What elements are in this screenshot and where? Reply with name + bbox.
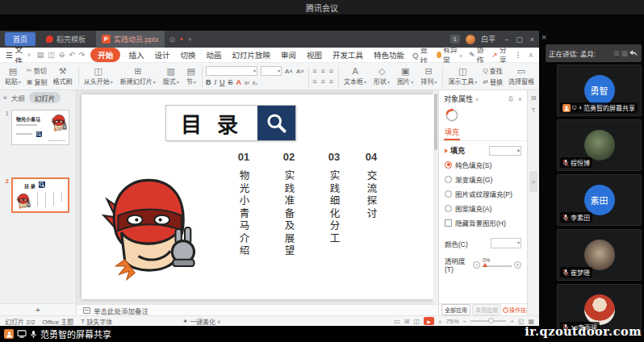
speaker-view-icon[interactable]: ▦ (621, 49, 628, 57)
fill-option-pattern[interactable]: 图案填充(A) (439, 203, 527, 213)
cut-button[interactable]: ✂剪切 (27, 66, 48, 75)
pin-icon[interactable] (508, 96, 514, 102)
slide-canvas[interactable]: 目 录 01 物光小青马介绍 02 实践准备及展望 (77, 90, 438, 304)
video-tile[interactable]: 崔梦晓 (557, 229, 642, 281)
apply-page-button[interactable]: 本页应用 (472, 304, 501, 315)
align-center-icon[interactable]: ≡ (320, 77, 325, 86)
close-panel-icon[interactable]: × (518, 95, 522, 103)
notification-badge[interactable]: 1 (450, 35, 460, 44)
slide-title-box[interactable]: 目 录 (165, 105, 296, 141)
apply-all-button[interactable]: 全部应用 (441, 304, 470, 315)
video-tile[interactable]: 素田 李素田 (557, 174, 642, 226)
print-icon[interactable]: ◫ (48, 51, 55, 59)
menu-tab-insert[interactable]: 插入 (126, 48, 146, 61)
minimize-button[interactable]: − (504, 35, 508, 44)
tab-outline[interactable]: 大纲 (11, 93, 25, 102)
format-painter-button[interactable]: ⚒ 格式刷 (52, 67, 74, 86)
slide-thumbnail-2-selected[interactable]: 目 录 (11, 177, 69, 213)
font-family-select[interactable] (206, 66, 257, 76)
theme-name[interactable]: Office 主题 (42, 317, 73, 326)
fill-option-gradient[interactable]: 渐变填充(G) (439, 174, 527, 184)
selection-pane-button[interactable]: ▭ 选择窗格 (507, 67, 536, 86)
collapse-panel-icon[interactable]: « (3, 94, 7, 102)
fit-slide-icon[interactable]: ◱ (518, 318, 525, 325)
redo-icon[interactable]: ↷ (79, 51, 86, 59)
sidebar-close-icon[interactable]: × (542, 32, 546, 42)
slider-marker[interactable] (483, 263, 487, 267)
zoom-slider-knob[interactable] (488, 318, 494, 323)
transparency-plus-button[interactable]: + (514, 261, 521, 269)
save-icon[interactable]: ▤ (37, 51, 44, 59)
section-button[interactable]: ▤ 节 (185, 67, 198, 86)
toc-item-3[interactable]: 03 实践细化分工 (322, 151, 346, 245)
number-list-icon[interactable]: ≡ (320, 67, 325, 75)
menu-tab-slideshow[interactable]: 幻灯片放映 (229, 48, 273, 61)
toc-item-2[interactable]: 02 实践准备及展望 (277, 151, 301, 258)
slide-thumbnail-1[interactable]: 物光小青马 (11, 110, 69, 145)
zoom-level[interactable]: 75% (446, 318, 459, 325)
increase-font-icon[interactable]: A˄ (285, 68, 293, 75)
menu-tab-features[interactable]: 特色功能 (371, 48, 407, 61)
tab-docer-templates[interactable]: 稻壳模板 (40, 31, 91, 48)
play-from-start-button[interactable]: ◫ 从头开始 (82, 67, 115, 86)
decrease-font-icon[interactable]: A˅ (296, 68, 304, 75)
superscript-button[interactable]: x² (245, 80, 249, 86)
menu-tab-review[interactable]: 审阅 (278, 48, 299, 61)
notes-bar[interactable]: 单击此处添加备注 (77, 304, 438, 315)
font-color-button[interactable]: A (236, 78, 241, 86)
text-tool-icon[interactable]: T (532, 106, 536, 114)
transparency-minus-button[interactable]: − (473, 261, 480, 269)
normal-view-icon[interactable]: ▭ (394, 318, 400, 325)
slide-sorter-icon[interactable]: ⊞ (404, 318, 410, 325)
gallery-view-icon[interactable]: ⊞ (613, 49, 620, 57)
strikethrough-button[interactable]: S (228, 78, 232, 86)
find-button[interactable]: Q查找 (483, 66, 503, 75)
align-right-icon[interactable]: ≡ (329, 77, 334, 86)
fill-option-solid[interactable]: 纯色填充(S) (439, 160, 527, 169)
picture-button[interactable]: ▣ 图片 (395, 67, 415, 86)
video-tile-sharing[interactable]: 勇智 范勇智的屏幕共享 (557, 65, 642, 116)
add-slide-button[interactable]: + (0, 303, 76, 315)
reading-view-icon[interactable]: ◫ (414, 318, 420, 325)
tab-current-document[interactable]: P 实践动员.pptx (96, 31, 165, 48)
indent-icon[interactable]: ≡ (329, 67, 334, 75)
font-size-select[interactable] (261, 66, 282, 76)
menu-tab-developer[interactable]: 开发工具 (330, 48, 366, 61)
copy-button[interactable]: ▣复制 (27, 77, 48, 86)
layout-button[interactable]: ▥ 版式 (161, 67, 181, 86)
collapse-ribbon-icon[interactable]: ∧ (528, 51, 533, 59)
missing-font-button[interactable]: T 缺失字体 (81, 317, 112, 326)
paste-button[interactable]: ▤ 粘贴 (3, 67, 23, 86)
hide-background-checkbox[interactable]: 隐藏背景图形(H) (439, 218, 527, 227)
menu-tab-animation[interactable]: 动画 (203, 48, 224, 61)
transparency-slider[interactable]: 0% (483, 260, 512, 269)
arrange-button[interactable]: ⊟ 排列 (419, 67, 438, 86)
scrollbar-thumb[interactable] (434, 94, 437, 150)
panel-toggle-icon[interactable]: ⊞ (531, 94, 537, 102)
menu-tab-view[interactable]: 视图 (304, 48, 324, 61)
zoom-out-icon[interactable]: − (463, 318, 467, 325)
export-icon[interactable]: ⊖ (59, 51, 65, 59)
account-avatar[interactable] (466, 35, 475, 44)
collapse-panel-handle[interactable]: > (529, 171, 537, 192)
menu-tab-design[interactable]: 设计 (152, 48, 172, 61)
restore-button[interactable]: ▢ (516, 35, 523, 44)
slide-mascot-image[interactable] (99, 173, 198, 283)
account-name[interactable]: 白平 (481, 34, 496, 44)
textbox-button[interactable]: A 文本框 (342, 67, 368, 86)
new-slide-button[interactable]: ⊞ 新建幻灯片 (119, 67, 157, 86)
subscript-button[interactable]: x₂ (253, 80, 257, 86)
return-arrow-icon[interactable] (629, 50, 638, 57)
align-left-icon[interactable]: ≡ (312, 77, 317, 86)
canvas-scrollbar[interactable] (433, 90, 438, 304)
italic-button[interactable]: I (214, 78, 216, 86)
fill-preset-select[interactable] (489, 146, 521, 156)
zoom-in-icon[interactable]: + (510, 318, 514, 325)
toc-item-4[interactable]: 04 交流探讨 (359, 151, 383, 220)
menu-tab-transition[interactable]: 切换 (178, 48, 198, 61)
zoom-slider[interactable] (470, 320, 506, 322)
new-tab-button[interactable]: + (188, 35, 192, 44)
tab-fill[interactable]: 填充 (444, 125, 460, 140)
underline-button[interactable]: U (220, 78, 225, 86)
fill-section-header[interactable]: 填充 (439, 141, 527, 157)
